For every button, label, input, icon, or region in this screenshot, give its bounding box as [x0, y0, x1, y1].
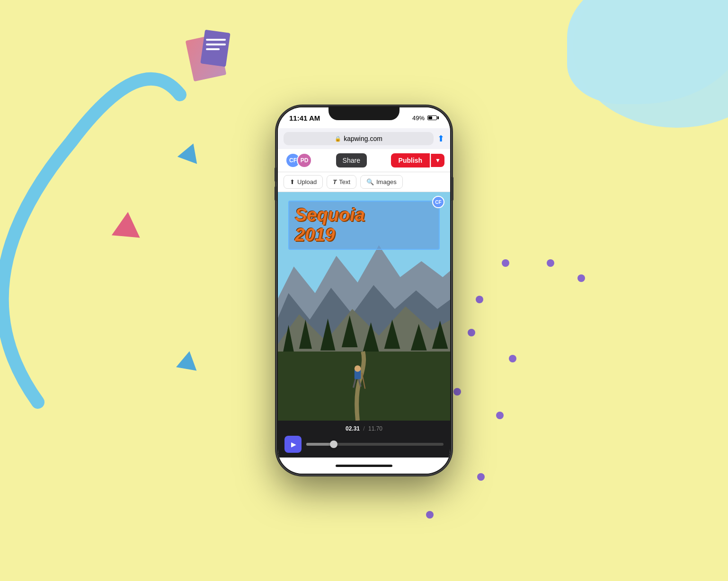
browser-share-icon[interactable]: ⬆ [437, 133, 444, 144]
images-label: Images [376, 178, 397, 185]
home-bar [336, 465, 392, 467]
phone-frame: 11:41 AM 49% 🔒 kapwing.com [276, 106, 452, 475]
svg-point-19 [355, 365, 361, 371]
dot-10 [477, 473, 485, 481]
upload-label: Upload [297, 178, 317, 185]
text-icon: T [333, 178, 337, 185]
publish-button[interactable]: Publish [391, 153, 430, 167]
bg-blob-blue [567, 0, 728, 104]
url-text: kapwing.com [344, 135, 382, 142]
text-label: Text [339, 178, 350, 185]
canvas-text-overlay[interactable]: Sequoia 2019 CF [288, 201, 440, 250]
avatar-pd: PD [297, 153, 312, 168]
avatar-row: CF PD [285, 153, 312, 168]
status-icons: 49% [412, 114, 439, 122]
images-button[interactable]: 🔍 Images [360, 175, 403, 189]
url-bar[interactable]: 🔒 kapwing.com [284, 132, 434, 145]
volume-up-button [275, 167, 276, 182]
app-toolbar: CF PD Share Publish ▼ [278, 149, 450, 172]
timeline-thumb[interactable] [330, 440, 337, 448]
current-time: 02.31 [346, 425, 360, 432]
canvas-title-line1: Sequoia [295, 205, 433, 225]
lock-icon: 🔒 [335, 136, 341, 142]
time-display: 02.31 / 11.70 [284, 425, 444, 432]
publish-group: Publish ▼ [391, 153, 444, 167]
play-button[interactable]: ▶ [284, 436, 302, 453]
canvas-area[interactable]: Sequoia 2019 CF [278, 192, 450, 421]
search-icon: 🔍 [366, 178, 374, 185]
svg-marker-3 [112, 211, 142, 238]
total-time: 11.70 [368, 425, 382, 432]
canvas-image: Sequoia 2019 CF [278, 192, 450, 421]
timeline-track[interactable] [306, 443, 444, 446]
dot-6 [509, 355, 516, 362]
phone-wrapper: 11:41 AM 49% 🔒 kapwing.com [276, 106, 452, 475]
playback-controls: ▶ [284, 436, 444, 453]
upload-icon: ⬆ [290, 178, 295, 185]
cf-collaborator-badge: CF [432, 196, 444, 208]
time-separator: / [363, 425, 364, 432]
text-button[interactable]: T Text [327, 175, 356, 189]
svg-marker-1 [178, 140, 203, 164]
dot-8 [496, 412, 504, 419]
battery-percentage: 49% [412, 114, 425, 122]
tools-bar: ⬆ Upload T Text 🔍 Images [278, 172, 450, 192]
playback-bar: 02.31 / 11.70 ▶ [278, 421, 450, 458]
power-button [452, 177, 453, 201]
dot-4 [476, 296, 483, 303]
publish-dropdown-button[interactable]: ▼ [431, 154, 444, 167]
browser-bar[interactable]: 🔒 kapwing.com ⬆ [278, 128, 450, 149]
volume-down-button [275, 186, 276, 201]
home-indicator [278, 458, 450, 474]
dot-2 [547, 259, 554, 267]
status-time: 11:41 AM [289, 114, 320, 122]
dot-1 [502, 259, 509, 267]
dot-5 [468, 329, 475, 336]
notch [328, 106, 400, 120]
phone-screen: 11:41 AM 49% 🔒 kapwing.com [278, 107, 450, 474]
dot-11 [426, 511, 434, 519]
canvas-title-line2: 2019 [295, 225, 433, 245]
dot-7 [453, 388, 461, 396]
share-button[interactable]: Share [336, 153, 367, 167]
upload-button[interactable]: ⬆ Upload [284, 175, 323, 189]
svg-marker-4 [176, 349, 200, 370]
battery-icon [427, 115, 439, 120]
dot-3 [577, 274, 585, 282]
play-icon: ▶ [291, 440, 296, 448]
